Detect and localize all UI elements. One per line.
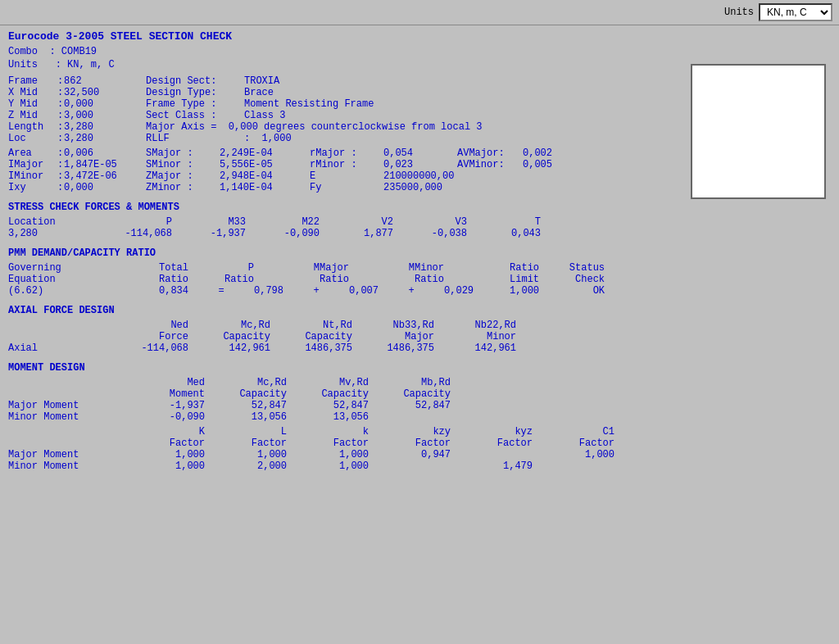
axial-ntrd-label: Nt,Rd: [270, 320, 352, 331]
k2-label: k: [287, 426, 369, 438]
major-mvrd-value: 52,847: [287, 400, 369, 411]
stress-p-val: -114,068: [90, 228, 172, 239]
axial-force-label: Force: [107, 331, 188, 342]
moment-cap1-label: Capacity: [205, 388, 287, 400]
axial-major-label: Major: [352, 331, 434, 342]
pmm-title: PMM DEMAND/CAPACITY RATIO: [8, 247, 831, 259]
moment-cap2-label: Capacity: [287, 388, 369, 400]
ixy-value: 0,000: [64, 182, 129, 193]
axial-minor-label: Minor: [434, 331, 516, 342]
pmm-mmajor-ratio: 0,007: [349, 285, 379, 297]
pmm-eq-value: (6.62): [8, 285, 107, 297]
moment-moment-label: Moment: [123, 388, 205, 400]
iminor-value: 3,472E-06: [64, 170, 129, 182]
pmm-ratio-label: Ratio: [474, 262, 539, 274]
pmm-status-label: Status: [539, 262, 605, 274]
avmajor-label: AVMajor:: [457, 147, 523, 159]
pmm-ratio2-label: Ratio: [107, 274, 188, 285]
minor-mcrd-value: 13,056: [205, 411, 287, 423]
factor3-label: Factor: [287, 438, 369, 449]
minor-l-value: 2,000: [205, 460, 287, 472]
xmid-label: X Mid: [8, 87, 57, 98]
rmajor-label: rMajor :: [310, 147, 383, 159]
rllf-value: 1,000: [262, 133, 292, 144]
sminor-label: SMinor :: [146, 159, 220, 170]
avminor-label: AVMinor:: [457, 159, 523, 170]
major-c1-value: 1,000: [533, 449, 615, 460]
axial-nb22rd-label: Nb22,Rd: [434, 320, 516, 331]
length-label: Length: [8, 121, 57, 133]
pmm-ratio3-label: Ratio: [188, 274, 254, 285]
factor5-label: Factor: [451, 438, 533, 449]
major-l-value: 1,000: [205, 449, 287, 460]
pmm-ratio5-label: Ratio: [379, 274, 444, 285]
minor-mvrd-value: 13,056: [287, 411, 369, 423]
major-k2-value: 1,000: [287, 449, 369, 460]
axial-label: Axial: [8, 342, 107, 354]
sect-class-value: Class 3: [244, 110, 680, 121]
frame-value: 862: [64, 75, 129, 87]
rllf-sep: :: [244, 133, 250, 144]
pmm-check-label: Check: [539, 274, 605, 285]
pmm-ratio4-label: Ratio: [283, 274, 349, 285]
pmm-p-ratio: 0,798: [254, 285, 283, 297]
stress-p-header: P: [90, 216, 172, 228]
e-label: E: [310, 170, 383, 182]
axial-ned-label: Ned: [107, 320, 188, 331]
minor-moment-factor-label: Minor Moment: [8, 460, 123, 472]
e-value: 210000000,00: [383, 170, 523, 182]
moment-med-label: Med: [123, 377, 205, 388]
moment-mcrd-label: Mc,Rd: [205, 377, 287, 388]
stress-m22-header: M22: [246, 216, 320, 228]
zminor-label: ZMinor :: [146, 182, 220, 193]
major-k-value: 1,000: [123, 449, 205, 460]
zmid-value: 3,000: [64, 110, 129, 121]
pmm-eq-sign: =: [188, 285, 254, 297]
area-value: 0,006: [64, 147, 129, 159]
stress-m33-header: M33: [172, 216, 246, 228]
minor-kyz-value: 1,479: [451, 460, 533, 472]
design-type-label: Design Type:: [146, 87, 244, 98]
stress-v2-header: V2: [320, 216, 393, 228]
pmm-ratio-limit: 1,000: [474, 285, 539, 297]
smajor-value: 2,249E-04: [220, 147, 293, 159]
iminor-label: IMinor: [8, 170, 57, 182]
rminor-label: rMinor :: [310, 159, 383, 170]
zmid-label: Z Mid: [8, 110, 57, 121]
axial-title: AXIAL FORCE DESIGN: [8, 305, 831, 316]
factor2-label: Factor: [205, 438, 287, 449]
pmm-plus1: +: [283, 285, 349, 297]
axial-ntrd-value: 1486,375: [270, 342, 352, 354]
l-label: L: [205, 426, 287, 438]
imajor-value: 1,847E-05: [64, 159, 129, 170]
length-value: 3,280: [64, 121, 129, 133]
factor4-label: Factor: [369, 438, 451, 449]
moment-title: MOMENT DESIGN: [8, 362, 831, 374]
pmm-status-ok: OK: [539, 285, 605, 297]
zmajor-value: 2,948E-04: [220, 170, 293, 182]
avminor-value: 0,005: [523, 159, 696, 170]
stress-forces-title: STRESS CHECK FORCES & MOMENTS: [8, 202, 831, 213]
pmm-gov-label: Governing: [8, 262, 107, 274]
minor-k2-value: 1,000: [287, 460, 369, 472]
smajor-label: SMajor :: [146, 147, 220, 159]
pmm-mminor-label: MMinor: [379, 262, 444, 274]
moment-cap3-label: Capacity: [369, 388, 451, 400]
stress-m22-val: -0,090: [246, 228, 320, 239]
kyz-label: kyz: [451, 426, 533, 438]
axial-mcrd-value: 142,961: [188, 342, 270, 354]
minor-c1-value: [533, 460, 615, 472]
axial-ned-value: -114,068: [107, 342, 188, 354]
avmajor-value: 0,002: [523, 147, 696, 159]
units-dropdown[interactable]: KN, m, C: [759, 3, 832, 21]
fy-value: 235000,000: [383, 182, 523, 193]
moment-mvrd-label: Mv,Rd: [287, 377, 369, 388]
axial-nb33rd-label: Nb33,Rd: [352, 320, 434, 331]
k-label: K: [123, 426, 205, 438]
major-kyz-value: [451, 449, 533, 460]
frame-type-value: Moment Resisting Frame: [244, 98, 680, 110]
design-sect-label: Design Sect:: [146, 75, 244, 87]
stress-t-header: T: [467, 216, 541, 228]
stress-t-val: 0,043: [467, 228, 541, 239]
kzy-label: kzy: [369, 426, 451, 438]
